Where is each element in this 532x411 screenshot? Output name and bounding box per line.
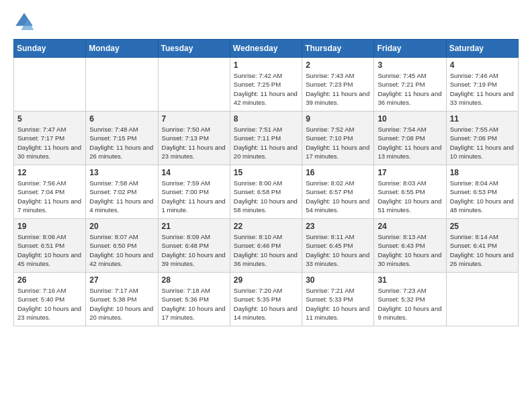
- calendar-cell: [14, 58, 86, 111]
- day-number: 29: [234, 275, 298, 285]
- calendar-cell: 2Sunrise: 7:43 AM Sunset: 7:23 PM Daylig…: [302, 58, 374, 111]
- day-info: Sunrise: 7:23 AM Sunset: 5:32 PM Dayligh…: [378, 286, 442, 322]
- calendar-cell: 8Sunrise: 7:51 AM Sunset: 7:11 PM Daylig…: [230, 111, 302, 165]
- calendar-cell: 16Sunrise: 8:02 AM Sunset: 6:57 PM Dayli…: [302, 165, 374, 219]
- day-number: 30: [306, 275, 370, 285]
- calendar-cell: 13Sunrise: 7:58 AM Sunset: 7:02 PM Dayli…: [86, 165, 158, 219]
- calendar-cell: 20Sunrise: 8:07 AM Sunset: 6:50 PM Dayli…: [86, 219, 158, 273]
- calendar-cell: 4Sunrise: 7:46 AM Sunset: 7:19 PM Daylig…: [446, 58, 518, 111]
- day-info: Sunrise: 7:51 AM Sunset: 7:11 PM Dayligh…: [234, 125, 298, 161]
- day-info: Sunrise: 7:43 AM Sunset: 7:23 PM Dayligh…: [306, 71, 370, 107]
- day-number: 7: [162, 114, 226, 124]
- calendar-cell: 22Sunrise: 8:10 AM Sunset: 6:46 PM Dayli…: [230, 219, 302, 273]
- calendar-table: SundayMondayTuesdayWednesdayThursdayFrid…: [13, 39, 519, 326]
- calendar-cell: 27Sunrise: 7:17 AM Sunset: 5:38 PM Dayli…: [86, 273, 158, 326]
- day-number: 16: [306, 168, 370, 177]
- day-number: 12: [17, 168, 82, 177]
- day-info: Sunrise: 7:18 AM Sunset: 5:36 PM Dayligh…: [162, 286, 226, 322]
- day-info: Sunrise: 7:48 AM Sunset: 7:15 PM Dayligh…: [89, 125, 154, 161]
- day-number: 11: [450, 114, 515, 124]
- calendar-cell: 1Sunrise: 7:42 AM Sunset: 7:25 PM Daylig…: [230, 58, 302, 111]
- day-info: Sunrise: 7:54 AM Sunset: 7:08 PM Dayligh…: [378, 125, 442, 161]
- calendar-cell: 30Sunrise: 7:21 AM Sunset: 5:33 PM Dayli…: [302, 273, 374, 326]
- header: [13, 11, 519, 32]
- calendar-cell: 12Sunrise: 7:56 AM Sunset: 7:04 PM Dayli…: [14, 165, 86, 219]
- day-number: 15: [234, 168, 298, 177]
- calendar-cell: 9Sunrise: 7:52 AM Sunset: 7:10 PM Daylig…: [302, 111, 374, 165]
- day-number: 26: [17, 275, 82, 285]
- day-number: 18: [450, 168, 515, 177]
- day-info: Sunrise: 7:55 AM Sunset: 7:06 PM Dayligh…: [450, 125, 515, 161]
- calendar-cell: 24Sunrise: 8:13 AM Sunset: 6:43 PM Dayli…: [374, 219, 446, 273]
- day-info: Sunrise: 8:03 AM Sunset: 6:55 PM Dayligh…: [378, 179, 442, 214]
- day-number: 2: [306, 60, 370, 70]
- weekday-header-wednesday: Wednesday: [230, 40, 302, 58]
- calendar-cell: 29Sunrise: 7:20 AM Sunset: 5:35 PM Dayli…: [230, 273, 302, 326]
- weekday-header-sunday: Sunday: [14, 40, 86, 58]
- day-info: Sunrise: 8:13 AM Sunset: 6:43 PM Dayligh…: [378, 232, 442, 268]
- svg-marker-0: [15, 13, 33, 26]
- week-row-2: 5Sunrise: 7:47 AM Sunset: 7:17 PM Daylig…: [14, 111, 519, 165]
- day-info: Sunrise: 8:04 AM Sunset: 6:53 PM Dayligh…: [450, 179, 515, 214]
- day-number: 31: [378, 275, 442, 285]
- calendar-cell: 15Sunrise: 8:00 AM Sunset: 6:58 PM Dayli…: [230, 165, 302, 219]
- day-number: 8: [234, 114, 298, 124]
- calendar-cell: [446, 273, 518, 326]
- day-info: Sunrise: 8:06 AM Sunset: 6:51 PM Dayligh…: [17, 232, 82, 268]
- calendar-cell: 18Sunrise: 8:04 AM Sunset: 6:53 PM Dayli…: [446, 165, 518, 219]
- day-info: Sunrise: 8:11 AM Sunset: 6:45 PM Dayligh…: [306, 232, 370, 268]
- calendar-cell: 23Sunrise: 8:11 AM Sunset: 6:45 PM Dayli…: [302, 219, 374, 273]
- week-row-4: 19Sunrise: 8:06 AM Sunset: 6:51 PM Dayli…: [14, 219, 519, 273]
- day-info: Sunrise: 8:02 AM Sunset: 6:57 PM Dayligh…: [306, 179, 370, 214]
- day-info: Sunrise: 7:59 AM Sunset: 7:00 PM Dayligh…: [162, 179, 226, 214]
- day-info: Sunrise: 8:07 AM Sunset: 6:50 PM Dayligh…: [89, 232, 154, 268]
- weekday-header-saturday: Saturday: [446, 40, 518, 58]
- day-number: 10: [378, 114, 442, 124]
- day-number: 22: [234, 222, 298, 231]
- day-info: Sunrise: 7:20 AM Sunset: 5:35 PM Dayligh…: [234, 286, 298, 322]
- day-info: Sunrise: 8:00 AM Sunset: 6:58 PM Dayligh…: [234, 179, 298, 214]
- logo: [13, 11, 38, 32]
- day-info: Sunrise: 7:46 AM Sunset: 7:19 PM Dayligh…: [450, 71, 515, 107]
- day-number: 3: [378, 60, 442, 70]
- calendar-cell: 5Sunrise: 7:47 AM Sunset: 7:17 PM Daylig…: [14, 111, 86, 165]
- day-info: Sunrise: 7:56 AM Sunset: 7:04 PM Dayligh…: [17, 179, 82, 214]
- weekday-header-tuesday: Tuesday: [158, 40, 230, 58]
- calendar-cell: 10Sunrise: 7:54 AM Sunset: 7:08 PM Dayli…: [374, 111, 446, 165]
- calendar-cell: 26Sunrise: 7:16 AM Sunset: 5:40 PM Dayli…: [14, 273, 86, 326]
- calendar-cell: 11Sunrise: 7:55 AM Sunset: 7:06 PM Dayli…: [446, 111, 518, 165]
- day-info: Sunrise: 8:14 AM Sunset: 6:41 PM Dayligh…: [450, 232, 515, 268]
- day-info: Sunrise: 7:50 AM Sunset: 7:13 PM Dayligh…: [162, 125, 226, 161]
- day-info: Sunrise: 7:16 AM Sunset: 5:40 PM Dayligh…: [17, 286, 82, 322]
- weekday-header-thursday: Thursday: [302, 40, 374, 58]
- day-number: 13: [89, 168, 154, 177]
- day-number: 6: [89, 114, 154, 124]
- calendar-cell: 25Sunrise: 8:14 AM Sunset: 6:41 PM Dayli…: [446, 219, 518, 273]
- day-number: 1: [234, 60, 298, 70]
- week-row-1: 1Sunrise: 7:42 AM Sunset: 7:25 PM Daylig…: [14, 58, 519, 111]
- calendar-cell: 19Sunrise: 8:06 AM Sunset: 6:51 PM Dayli…: [14, 219, 86, 273]
- day-info: Sunrise: 7:58 AM Sunset: 7:02 PM Dayligh…: [89, 179, 154, 214]
- day-number: 24: [378, 222, 442, 231]
- day-info: Sunrise: 7:47 AM Sunset: 7:17 PM Dayligh…: [17, 125, 82, 161]
- day-number: 14: [162, 168, 226, 177]
- calendar-cell: 31Sunrise: 7:23 AM Sunset: 5:32 PM Dayli…: [374, 273, 446, 326]
- day-info: Sunrise: 7:17 AM Sunset: 5:38 PM Dayligh…: [89, 286, 154, 322]
- calendar-cell: 28Sunrise: 7:18 AM Sunset: 5:36 PM Dayli…: [158, 273, 230, 326]
- day-number: 27: [89, 275, 154, 285]
- day-number: 23: [306, 222, 370, 231]
- day-info: Sunrise: 8:10 AM Sunset: 6:46 PM Dayligh…: [234, 232, 298, 268]
- day-info: Sunrise: 7:52 AM Sunset: 7:10 PM Dayligh…: [306, 125, 370, 161]
- day-info: Sunrise: 7:21 AM Sunset: 5:33 PM Dayligh…: [306, 286, 370, 322]
- calendar-cell: 6Sunrise: 7:48 AM Sunset: 7:15 PM Daylig…: [86, 111, 158, 165]
- page: SundayMondayTuesdayWednesdayThursdayFrid…: [0, 0, 532, 411]
- calendar-cell: [158, 58, 230, 111]
- day-info: Sunrise: 7:45 AM Sunset: 7:21 PM Dayligh…: [378, 71, 442, 107]
- day-number: 28: [162, 275, 226, 285]
- day-number: 4: [450, 60, 515, 70]
- calendar-cell: 14Sunrise: 7:59 AM Sunset: 7:00 PM Dayli…: [158, 165, 230, 219]
- day-number: 21: [162, 222, 226, 231]
- day-number: 20: [89, 222, 154, 231]
- calendar-cell: 21Sunrise: 8:09 AM Sunset: 6:48 PM Dayli…: [158, 219, 230, 273]
- day-info: Sunrise: 8:09 AM Sunset: 6:48 PM Dayligh…: [162, 232, 226, 268]
